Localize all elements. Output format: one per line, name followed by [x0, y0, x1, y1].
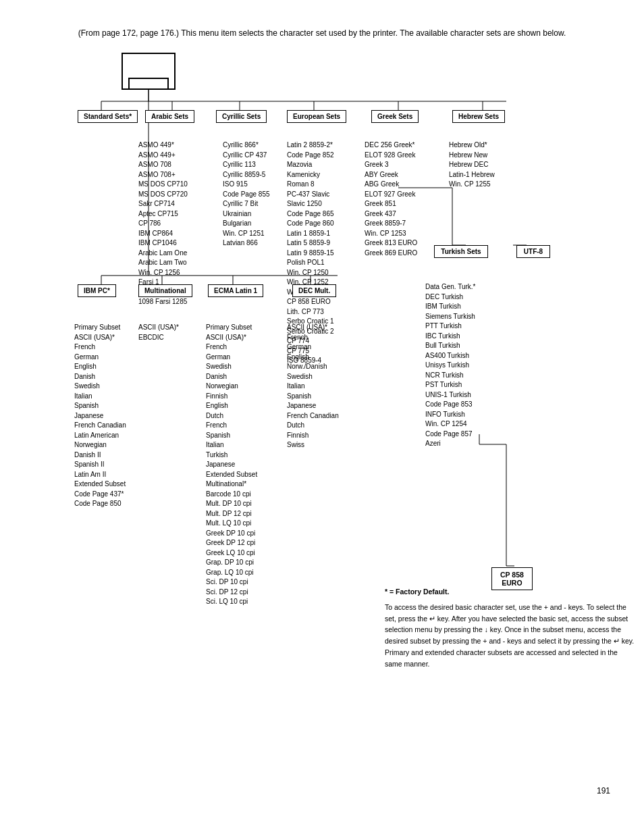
page-number: 191 — [597, 786, 610, 796]
hebrew-content: Hebrew Old* Hebrew New Hebrew DEC Latin-… — [449, 140, 495, 190]
turkish-sets-box: Turkish Sets — [434, 245, 488, 258]
arabic-list: ASMO 449* ASMO 449+ ASMO 708 ASMO 708+ M… — [138, 140, 188, 307]
arabic-content: ASMO 449* ASMO 449+ ASMO 708 ASMO 708+ M… — [138, 140, 188, 307]
printer-box-inner — [128, 78, 169, 90]
cyrillic-content: Cyrillic 866* Cyrillic CP 437 Cyrillic 1… — [223, 140, 270, 249]
multinational-content: ASCII (USA)* EBCDIC — [138, 323, 179, 342]
factory-note: * = Factory Default. — [385, 586, 635, 598]
arabic-sets-box: Arabic Sets — [145, 110, 194, 123]
footer-text: * = Factory Default. To access the desir… — [385, 586, 635, 670]
ibmpc-content: Primary Subset ASCII (USA)* French Germa… — [74, 323, 126, 509]
greek-content: DEC 256 Greek* ELOT 928 Greek Greek 3 AB… — [365, 140, 417, 258]
standard-sets-box: Standard Sets* — [78, 110, 138, 123]
utf8-box: UTF-8 — [516, 245, 550, 258]
ecma-box: ECMA Latin 1 — [208, 284, 263, 297]
ibmpc-box: IBM PC* — [78, 284, 116, 297]
intro-text: (From page 172, page 176.) This menu ite… — [34, 27, 610, 39]
greek-sets-box: Greek Sets — [371, 110, 419, 123]
cyrillic-sets-box: Cyrillic Sets — [216, 110, 267, 123]
multinational-box: Multinational — [138, 284, 192, 297]
printer-box — [122, 53, 176, 90]
dec-content: ASCII (USA)* French German English Norw.… — [287, 323, 339, 450]
turkish-content: Data Gen. Turk.* DEC Turkish IBM Turkish… — [425, 282, 475, 449]
european-sets-box: European Sets — [287, 110, 346, 123]
instructions-text: To access the desired basic character se… — [385, 602, 635, 670]
ecma-content: Primary Subset ASCII (USA)* French Germa… — [206, 323, 257, 607]
hebrew-sets-box: Hebrew Sets — [452, 110, 505, 123]
dec-box: DEC Mult. — [292, 284, 336, 297]
